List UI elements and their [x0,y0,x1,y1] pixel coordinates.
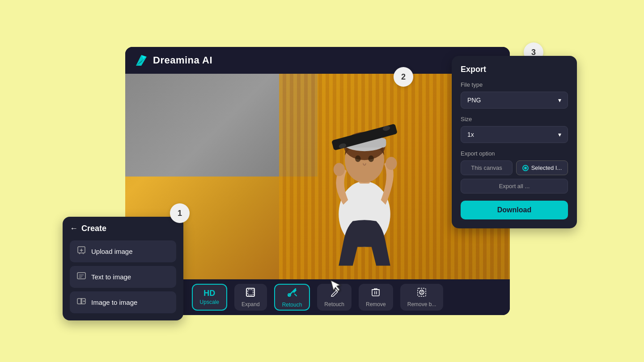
image-to-image-button[interactable]: Image to image [70,291,176,313]
main-container: 1 2 3 Dreamina AI [54,29,590,333]
upload-image-button[interactable]: Upload image [70,240,176,262]
retouch-active-icon [287,287,297,300]
export-all-button[interactable]: Export all ... [461,179,568,194]
text-to-image-label: Text to image [91,273,131,281]
selected-button[interactable]: Selected I... [516,160,568,175]
file-type-label: File type [461,81,568,88]
svg-rect-22 [418,288,426,296]
upscale-label: Upscale [200,299,219,305]
remove-bg-icon [417,287,427,299]
svg-point-13 [386,157,397,170]
upload-image-label: Upload image [91,248,133,255]
retouch-label: Retouch [324,301,344,307]
svg-point-10 [355,156,361,162]
app-name: Dreamina AI [153,55,212,66]
svg-point-12 [334,163,345,176]
image-to-image-label: Image to image [91,299,137,306]
file-type-chevron: ▾ [558,97,561,104]
remove-button[interactable]: Remove [359,284,393,311]
retouch-active-label: Retouch [282,302,302,308]
person-illustration [297,83,432,270]
file-type-select[interactable]: PNG ▾ [461,92,568,109]
create-panel-header: ← Create [70,224,176,233]
expand-icon [246,287,255,299]
text-to-image-icon [77,271,86,282]
export-option-label: Export option [461,150,568,157]
export-panel: Export File type PNG ▾ Size 1x ▾ Export … [452,56,577,228]
step-bubble-1: 1 [170,203,190,223]
expand-button[interactable]: Expand [234,284,267,311]
export-title: Export [461,65,568,74]
download-button[interactable]: Download [461,201,568,219]
text-to-image-button[interactable]: Text to image [70,266,176,288]
upload-image-icon [77,246,86,257]
size-label: Size [461,116,568,122]
size-select[interactable]: 1x ▾ [461,126,568,143]
svg-rect-18 [248,290,253,295]
size-value: 1x [467,131,474,138]
hd-label: HD [203,289,215,297]
hd-upscale-button[interactable]: HD Upscale [192,284,227,311]
logo-icon [134,53,148,67]
svg-point-23 [419,290,424,295]
this-canvas-button[interactable]: This canvas [461,160,513,175]
export-option-row: This canvas Selected I... [461,160,568,175]
retouch-active-button[interactable]: Retouch [274,284,310,311]
step-bubble-2: 2 [394,67,413,87]
expand-label: Expand [242,301,260,307]
svg-point-24 [421,290,423,292]
remove-label: Remove [366,301,386,307]
file-type-value: PNG [467,97,481,104]
remove-icon [371,287,381,299]
back-arrow-icon: ← [70,224,78,233]
remove-bg-button[interactable]: Remove b... [400,284,444,311]
image-to-image-icon [77,297,86,308]
remove-bg-label: Remove b... [407,301,436,307]
create-panel: ← Create Upload image Text to [63,217,183,320]
create-label: Create [81,224,106,233]
svg-rect-26 [77,273,85,279]
svg-point-11 [368,156,374,162]
svg-rect-21 [372,290,379,296]
size-chevron: ▾ [558,131,561,138]
selected-radio [522,165,529,171]
